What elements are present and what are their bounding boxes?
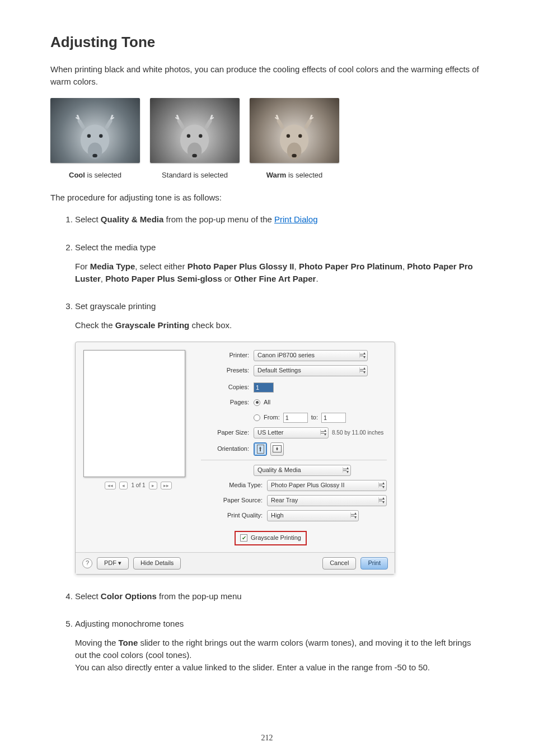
print-quality-select[interactable]: High▴▾ bbox=[267, 510, 359, 521]
step-1-title: Select Quality & Media from the pop-up m… bbox=[75, 213, 484, 226]
copies-input[interactable]: 1 bbox=[254, 382, 274, 393]
pages-all-radio[interactable] bbox=[254, 399, 260, 406]
step-5-title: Adjusting monochrome tones bbox=[75, 618, 484, 630]
print-button[interactable]: Print bbox=[360, 557, 388, 570]
deer-icon bbox=[153, 103, 236, 163]
dialog-footer: ? PDF ▾ Hide Details Cancel Print bbox=[76, 552, 395, 574]
pager-next-button[interactable]: ▸ bbox=[149, 482, 157, 489]
pages-from-input[interactable]: 1 bbox=[283, 413, 308, 423]
paper-dimensions-label: 8.50 by 11.00 inches bbox=[332, 429, 383, 437]
procedure-steps: Select Quality & Media from the pop-up m… bbox=[50, 213, 484, 673]
orientation-portrait-button[interactable] bbox=[254, 442, 267, 456]
grayscale-label: Grayscale Printing bbox=[251, 534, 301, 543]
help-button[interactable]: ? bbox=[82, 558, 92, 568]
media-type-select[interactable]: Photo Paper Plus Glossy II▴▾ bbox=[267, 480, 387, 491]
media-type-label: Media Type: bbox=[201, 481, 267, 490]
step-5: Adjusting monochrome tones Moving the To… bbox=[75, 618, 484, 673]
example-warm bbox=[250, 98, 339, 163]
step-5-body: Moving the Tone slider to the right brin… bbox=[75, 637, 484, 673]
print-preview bbox=[83, 350, 185, 477]
section-select[interactable]: Quality & Media▴▾ bbox=[254, 465, 351, 476]
example-standard bbox=[150, 98, 240, 163]
example-cool bbox=[50, 98, 140, 163]
step-3: Set grayscale printing Check the Graysca… bbox=[75, 300, 484, 574]
svg-point-7 bbox=[187, 134, 190, 137]
preview-pager: ◂◂ ◂ 1 of 1 ▸ ▸▸ bbox=[83, 482, 193, 490]
svg-point-3 bbox=[99, 134, 102, 137]
pager-last-button[interactable]: ▸▸ bbox=[161, 482, 172, 489]
paper-source-select[interactable]: Rear Tray▴▾ bbox=[267, 495, 387, 506]
step-2-body: For Media Type, select either Photo Pape… bbox=[75, 260, 484, 285]
landscape-icon bbox=[273, 445, 282, 452]
step-2-title: Select the media type bbox=[75, 241, 484, 254]
pages-all-label: All bbox=[264, 398, 270, 407]
hide-details-button[interactable]: Hide Details bbox=[133, 557, 181, 570]
pages-to-label: to: bbox=[311, 413, 318, 422]
print-quality-label: Print Quality: bbox=[201, 511, 267, 520]
tone-examples bbox=[50, 98, 484, 163]
grayscale-highlight: ✔ Grayscale Printing bbox=[235, 531, 307, 545]
step-4-title: Select Color Options from the pop-up men… bbox=[75, 590, 484, 603]
svg-point-9 bbox=[193, 153, 198, 157]
pdf-menu-button[interactable]: PDF ▾ bbox=[97, 557, 129, 570]
pages-from-label: From: bbox=[264, 413, 280, 422]
paper-size-select[interactable]: US Letter▴▾ bbox=[254, 427, 329, 438]
orientation-label: Orientation: bbox=[201, 445, 254, 454]
pager-prev-button[interactable]: ◂ bbox=[119, 482, 128, 489]
svg-point-2 bbox=[87, 134, 91, 137]
printer-label: Printer: bbox=[201, 351, 254, 360]
paper-size-label: Paper Size: bbox=[201, 428, 254, 437]
presets-select[interactable]: Default Settings▴▾ bbox=[254, 365, 368, 376]
step-3-title: Set grayscale printing bbox=[75, 300, 484, 312]
pages-to-input[interactable]: 1 bbox=[321, 413, 346, 423]
deer-icon bbox=[54, 103, 136, 163]
caption-warm: Warm is selected bbox=[250, 171, 339, 179]
step-3-body: Check the Grayscale Printing check box. bbox=[75, 319, 484, 332]
svg-point-14 bbox=[292, 153, 297, 157]
pager-status: 1 of 1 bbox=[131, 482, 145, 490]
deer-icon bbox=[253, 103, 335, 163]
presets-label: Presets: bbox=[201, 366, 254, 375]
pager-first-button[interactable]: ◂◂ bbox=[105, 482, 116, 489]
caption-cool: Cool is selected bbox=[50, 171, 140, 179]
paper-source-label: Paper Source: bbox=[201, 496, 267, 505]
caption-standard: Standard is selected bbox=[150, 171, 240, 179]
printer-select[interactable]: Canon iP8700 series▴▾ bbox=[254, 350, 368, 361]
svg-point-4 bbox=[93, 153, 98, 157]
page-title: Adjusting Tone bbox=[50, 34, 484, 51]
grayscale-checkbox[interactable]: ✔ bbox=[240, 534, 247, 542]
procedure-intro: The procedure for adjusting tone is as f… bbox=[50, 192, 484, 204]
orientation-landscape-button[interactable] bbox=[270, 442, 284, 456]
cancel-button[interactable]: Cancel bbox=[322, 557, 356, 570]
copies-label: Copies: bbox=[201, 383, 254, 392]
pages-label: Pages: bbox=[201, 398, 254, 407]
svg-point-13 bbox=[298, 134, 302, 137]
pages-range-radio[interactable] bbox=[254, 414, 260, 421]
divider bbox=[201, 460, 387, 460]
intro-paragraph: When printing black and white photos, yo… bbox=[50, 63, 484, 88]
portrait-icon bbox=[257, 445, 264, 454]
step-2: Select the media type For Media Type, se… bbox=[75, 241, 484, 284]
tone-captions: Cool is selected Standard is selected Wa… bbox=[50, 171, 484, 179]
print-dialog-link[interactable]: Print Dialog bbox=[274, 214, 318, 224]
svg-point-8 bbox=[199, 134, 202, 137]
page-number: 212 bbox=[0, 734, 534, 743]
svg-point-12 bbox=[287, 134, 290, 137]
step-1: Select Quality & Media from the pop-up m… bbox=[75, 213, 484, 226]
print-dialog: ◂◂ ◂ 1 of 1 ▸ ▸▸ Printer: Canon iP8700 s… bbox=[75, 342, 395, 575]
step-4: Select Color Options from the pop-up men… bbox=[75, 590, 484, 603]
